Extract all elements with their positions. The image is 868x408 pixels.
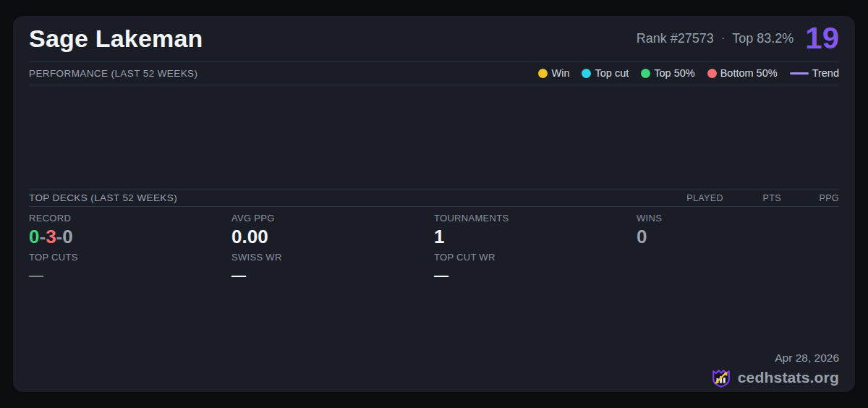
legend-label: Win: [551, 67, 569, 79]
card-footer: Apr 28, 2026 cedhstats.org: [637, 247, 839, 392]
page-title: Sage Lakeman: [29, 25, 203, 53]
legend-label: Top cut: [595, 67, 629, 79]
brand-row: cedhstats.org: [710, 367, 839, 388]
record-wins: 0: [29, 226, 39, 247]
win-dot-icon: [538, 69, 548, 78]
top50-dot-icon: [641, 69, 650, 78]
legend-label: Top 50%: [654, 67, 694, 79]
record-label: RECORD: [29, 213, 231, 224]
tournaments-value: 1: [434, 226, 637, 248]
card-header: Sage Lakeman Rank #27573 · Top 83.2% 19: [29, 16, 839, 61]
top-percent-text: Top 83.2%: [732, 31, 793, 46]
top-cut-wr-label: TOP CUT WR: [434, 252, 637, 263]
swiss-wr-value: —: [231, 268, 434, 282]
chart-legend: Win Top cut Top 50% Bottom 50% Trend: [538, 67, 839, 79]
top-cut-wr-value: —: [434, 268, 637, 282]
player-stats-card: Sage Lakeman Rank #27573 · Top 83.2% 19 …: [13, 16, 855, 392]
swiss-wr-label: SWISS WR: [231, 252, 434, 263]
stat-col-avg-ppg: AVG PPG 0.00 SWISS WR —: [231, 207, 434, 392]
legend-item-trend: Trend: [790, 67, 839, 79]
legend-item-top50: Top 50%: [641, 67, 694, 79]
brand-name: cedhstats.org: [738, 369, 839, 386]
top-decks-column-headers: PLAYED PTS PPG: [665, 193, 839, 203]
wins-label: WINS: [637, 213, 839, 224]
cedhstats-logo-icon: [710, 367, 732, 388]
rank-separator: ·: [721, 32, 725, 45]
stats-card-page: { "theme": { "page_bg": "#0b0c10", "card…: [0, 0, 868, 408]
performance-chart-area: [29, 85, 839, 190]
record-separator: -: [56, 226, 63, 247]
column-header-pts: PTS: [723, 193, 781, 203]
wins-value: 0: [637, 226, 839, 248]
top-decks-title: TOP DECKS (LAST 52 WEEKS): [29, 192, 177, 203]
record-separator: -: [39, 226, 46, 247]
performance-title: PERFORMANCE (LAST 52 WEEKS): [29, 68, 197, 79]
summary-stats: RECORD 0-3-0 TOP CUTS — AVG PPG 0.00 SWI…: [29, 207, 839, 392]
record-losses: 3: [46, 226, 56, 247]
record-value: 0-3-0: [29, 226, 231, 248]
score-badge: 19: [805, 23, 839, 54]
record-draws: 0: [62, 226, 72, 247]
trend-line-icon: [790, 72, 809, 75]
performance-header-row: PERFORMANCE (LAST 52 WEEKS) Win Top cut …: [29, 61, 839, 85]
top-cuts-label: TOP CUTS: [29, 252, 231, 263]
footer-date: Apr 28, 2026: [775, 352, 839, 365]
bottom50-dot-icon: [707, 69, 717, 78]
stat-col-wins: WINS 0 Apr 28, 2026 cedhstats.org: [637, 207, 839, 392]
avg-ppg-value: 0.00: [231, 226, 434, 248]
rank-text: Rank #27573: [637, 31, 714, 46]
tournaments-label: TOURNAMENTS: [434, 213, 637, 224]
column-header-played: PLAYED: [665, 193, 723, 203]
column-header-ppg: PPG: [781, 193, 839, 203]
top-cuts-value: —: [29, 268, 231, 282]
avg-ppg-label: AVG PPG: [231, 213, 434, 224]
legend-item-win: Win: [538, 67, 569, 79]
legend-item-bottom50: Bottom 50%: [707, 67, 778, 79]
top-decks-header-row: TOP DECKS (LAST 52 WEEKS) PLAYED PTS PPG: [29, 190, 839, 206]
stat-col-record: RECORD 0-3-0 TOP CUTS —: [29, 207, 231, 392]
rank-group: Rank #27573 · Top 83.2% 19: [637, 23, 839, 54]
stat-col-tournaments: TOURNAMENTS 1 TOP CUT WR —: [434, 207, 637, 392]
rank-line: Rank #27573 · Top 83.2%: [637, 31, 793, 46]
topcut-dot-icon: [582, 69, 591, 78]
legend-label: Bottom 50%: [720, 67, 778, 79]
legend-label: Trend: [812, 67, 839, 79]
legend-item-topcut: Top cut: [582, 67, 629, 79]
